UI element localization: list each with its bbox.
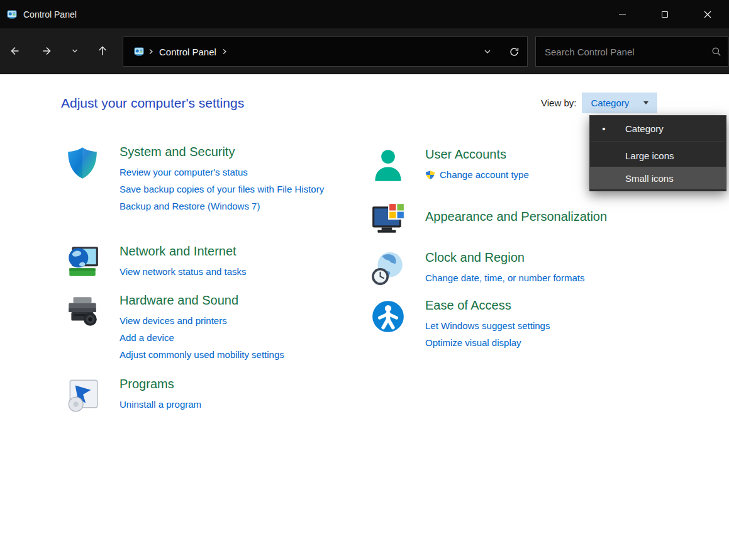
category-title-appearance-and-personalization[interactable]: Appearance and Personalization [425, 207, 715, 226]
breadcrumb-item-control-panel[interactable]: Control Panel [158, 47, 218, 57]
link-file-history[interactable]: Save backup copies of your files with Fi… [120, 181, 327, 198]
menu-item-label: Category [625, 123, 664, 134]
accessibility-icon[interactable] [370, 298, 406, 335]
search-icon[interactable] [705, 47, 728, 57]
maximize-button[interactable] [643, 0, 686, 28]
caret-down-icon [643, 101, 648, 104]
breadcrumb-chevron-icon[interactable] [221, 47, 228, 56]
category-title-hardware-and-sound[interactable]: Hardware and Sound [120, 291, 327, 310]
back-arrow-icon [8, 45, 21, 57]
menu-item-small-icons[interactable]: Small icons [590, 167, 726, 189]
link-mobility-settings[interactable]: Adjust commonly used mobility settings [120, 346, 327, 363]
category-title-network-and-internet[interactable]: Network and Internet [120, 242, 327, 260]
minimize-button[interactable] [601, 0, 643, 28]
program-window-icon[interactable] [64, 377, 101, 413]
maximize-icon [662, 11, 668, 18]
window-controls [601, 0, 729, 28]
link-view-devices-and-printers[interactable]: View devices and printers [120, 312, 327, 329]
menu-item-label: Small icons [625, 173, 674, 184]
category-title-clock-and-region[interactable]: Clock and Region [425, 248, 715, 267]
view-by-control: View by: Category [541, 92, 657, 113]
close-icon [704, 11, 711, 18]
chevron-down-icon [483, 47, 492, 56]
forward-arrow-icon [41, 45, 53, 57]
view-by-menu: • Category Large icons Small icons [589, 115, 726, 191]
category-hardware-and-sound: Hardware and Sound View devices and prin… [64, 291, 327, 363]
up-button[interactable] [90, 38, 115, 64]
link-view-network-status[interactable]: View network status and tasks [120, 263, 327, 280]
category-programs: Programs Uninstall a program [64, 374, 327, 413]
refresh-icon [509, 47, 520, 57]
link-change-date-time-formats[interactable]: Change date, time, or number formats [425, 269, 715, 286]
link-let-windows-suggest-settings[interactable]: Let Windows suggest settings [425, 317, 715, 334]
view-by-label: View by: [541, 98, 576, 108]
security-shield-icon[interactable] [64, 145, 101, 181]
category-title-system-and-security[interactable]: System and Security [120, 142, 327, 161]
navigation-bar: Control Panel [0, 28, 729, 74]
category-network-and-internet: Network and Internet View network status… [64, 242, 327, 281]
recent-pages-button[interactable] [65, 38, 85, 64]
address-dropdown-button[interactable] [474, 37, 501, 66]
link-uninstall-a-program[interactable]: Uninstall a program [120, 396, 327, 413]
link-add-a-device[interactable]: Add a device [120, 329, 327, 346]
category-appearance-and-personalization: Appearance and Personalization [370, 199, 715, 238]
personalization-monitor-icon[interactable] [370, 201, 406, 238]
view-by-dropdown-button[interactable]: Category [582, 92, 657, 113]
control-panel-app-icon [7, 9, 17, 20]
breadcrumb-chevron-icon[interactable] [148, 47, 154, 56]
menu-item-category[interactable]: • Category [590, 117, 726, 140]
category-system-and-security: System and Security Review your computer… [64, 142, 327, 215]
category-title-programs[interactable]: Programs [120, 374, 327, 393]
search-box [535, 36, 728, 67]
close-button[interactable] [686, 0, 729, 28]
view-by-value: Category [591, 98, 629, 108]
menu-item-large-icons[interactable]: Large icons [590, 144, 726, 167]
back-button[interactable] [2, 38, 27, 64]
selected-bullet-icon: • [590, 123, 618, 134]
forward-button[interactable] [35, 38, 60, 64]
menu-separator [591, 142, 725, 142]
menu-item-label: Large icons [625, 150, 674, 161]
link-optimize-visual-display[interactable]: Optimize visual display [425, 334, 715, 351]
page-heading: Adjust your computer's settings [61, 96, 244, 111]
network-globe-icon[interactable] [64, 244, 101, 281]
category-clock-and-region: Clock and Region Change date, time, or n… [370, 248, 715, 287]
search-input[interactable] [536, 47, 705, 57]
address-bar[interactable]: Control Panel [123, 36, 528, 67]
window-title: Control Panel [23, 9, 77, 20]
control-panel-crumb-icon [134, 47, 144, 57]
clock-globe-icon[interactable] [370, 250, 406, 287]
titlebar: Control Panel [0, 0, 729, 28]
chevron-down-icon [71, 47, 79, 55]
refresh-button[interactable] [501, 37, 527, 66]
printer-icon[interactable] [64, 293, 101, 330]
link-backup-and-restore[interactable]: Backup and Restore (Windows 7) [120, 198, 327, 215]
minimize-icon [619, 14, 626, 14]
user-silhouette-icon[interactable] [370, 147, 406, 184]
link-review-computer-status[interactable]: Review your computer's status [120, 164, 327, 181]
up-arrow-icon [96, 45, 109, 57]
category-title-ease-of-access[interactable]: Ease of Access [425, 296, 715, 315]
uac-shield-icon [425, 170, 435, 180]
category-ease-of-access: Ease of Access Let Windows suggest setti… [370, 296, 715, 351]
link-label: Change account type [440, 166, 529, 183]
